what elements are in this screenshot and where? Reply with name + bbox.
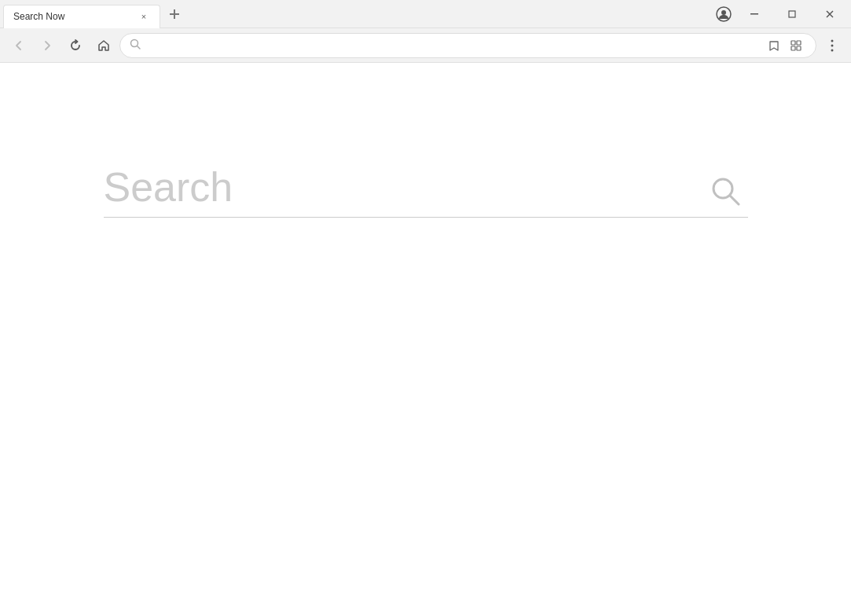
search-container <box>104 157 748 218</box>
forward-button[interactable] <box>35 33 60 58</box>
tab-title: Search Now <box>13 11 131 22</box>
address-search-icon <box>130 38 141 52</box>
svg-rect-4 <box>750 13 758 15</box>
minimize-button[interactable] <box>736 0 772 28</box>
svg-point-3 <box>721 10 726 15</box>
active-tab[interactable]: Search Now × <box>3 5 160 28</box>
menu-button[interactable] <box>820 33 845 58</box>
profile-button[interactable] <box>713 3 735 25</box>
search-icon-button[interactable] <box>709 174 742 211</box>
address-input[interactable] <box>145 39 759 51</box>
svg-rect-5 <box>789 11 795 17</box>
window-controls <box>713 0 848 28</box>
title-bar: Search Now × <box>0 0 851 28</box>
navigation-bar <box>0 28 851 63</box>
back-button[interactable] <box>6 33 31 58</box>
svg-rect-10 <box>791 41 795 45</box>
tab-close-button[interactable]: × <box>138 10 150 23</box>
svg-rect-13 <box>797 46 801 50</box>
svg-line-18 <box>730 196 739 204</box>
page-content <box>0 63 851 616</box>
main-search-input[interactable] <box>104 157 748 217</box>
svg-point-14 <box>831 39 834 42</box>
bookmark-button[interactable] <box>764 35 784 56</box>
extensions-button[interactable] <box>786 35 806 56</box>
address-actions <box>764 35 806 56</box>
refresh-button[interactable] <box>63 33 88 58</box>
svg-rect-12 <box>791 46 795 50</box>
svg-line-9 <box>138 46 141 50</box>
close-button[interactable] <box>812 0 848 28</box>
nav-extra-buttons <box>820 33 845 58</box>
svg-point-15 <box>831 44 834 46</box>
maximize-button[interactable] <box>774 0 810 28</box>
svg-rect-1 <box>170 13 179 15</box>
new-tab-button[interactable] <box>163 3 185 25</box>
svg-point-16 <box>831 49 834 51</box>
home-button[interactable] <box>91 33 116 58</box>
svg-rect-11 <box>797 41 801 45</box>
tab-area: Search Now × <box>3 0 713 28</box>
search-box-wrapper <box>104 157 748 218</box>
address-bar[interactable] <box>119 33 816 58</box>
